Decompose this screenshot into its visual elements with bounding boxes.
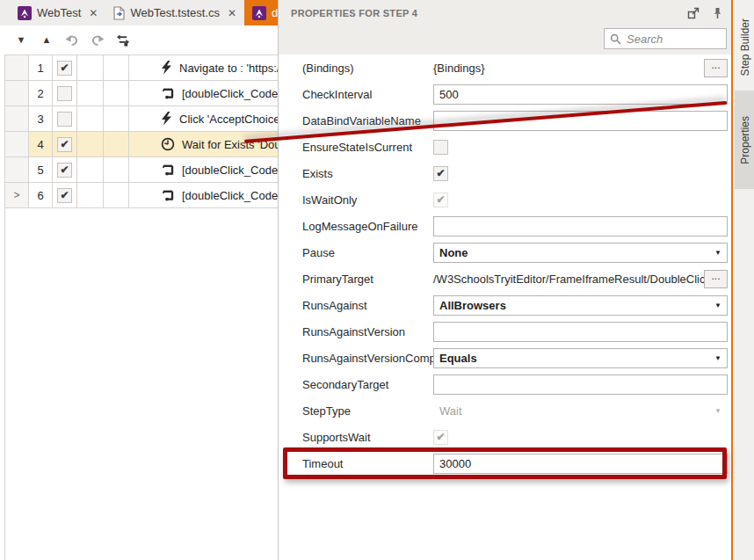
move-step-up-button[interactable]: ▲: [40, 33, 54, 47]
row-indicator-cell[interactable]: [5, 132, 29, 157]
teststudio-icon: [252, 6, 266, 20]
document-tab-webtest[interactable]: WebTest ✕: [10, 0, 105, 25]
grid-cell: [77, 157, 104, 183]
pin-icon: [712, 7, 723, 19]
property-input-logmessageonfailure[interactable]: [433, 216, 728, 236]
tab-icon: [113, 6, 125, 20]
step-enabled-checkbox[interactable]: ✔: [57, 188, 72, 203]
test-steps-grid: 1 ✔ Navigate to : 'https://w 2 [doubleCl…: [4, 55, 278, 560]
properties-search-row: [279, 25, 732, 55]
step-row-1[interactable]: 1 ✔ Navigate to : 'https://w: [5, 55, 278, 81]
step-row-5[interactable]: 5 ✔ [doubleClick_CodedSt: [5, 157, 278, 183]
step-enabled-checkbox[interactable]: [57, 112, 72, 127]
close-tab-icon[interactable]: ✕: [228, 7, 236, 19]
step-description-cell[interactable]: [doubleClick_CodedSt: [129, 81, 278, 106]
move-step-down-button[interactable]: ▼: [14, 33, 28, 47]
property-row-steptype[interactable]: StepType Wait▼: [279, 397, 732, 424]
property-label: LogMessageOnFailure: [302, 220, 433, 233]
property-row-runsagainstversioncompare[interactable]: RunsAgainstVersionCompare Equals▼: [279, 345, 732, 371]
step-row-2[interactable]: 2 [doubleClick_CodedSt: [5, 81, 278, 106]
property-dropdown-runsagainst[interactable]: AllBrowsers▼: [433, 295, 728, 316]
property-checkbox-ensurestateiscurrent[interactable]: [433, 140, 448, 155]
row-indicator-cell[interactable]: >: [5, 183, 29, 208]
grid-cell: [77, 183, 104, 208]
redo-button[interactable]: [91, 33, 105, 47]
coded-step-icon: [161, 86, 175, 100]
property-dropdown-pause[interactable]: None▼: [433, 243, 728, 263]
step-enabled-checkbox[interactable]: ✔: [57, 137, 72, 152]
step-description: [doubleClick_CodedSt: [182, 189, 278, 202]
side-tab-step-builder[interactable]: Step Builder: [735, 7, 754, 88]
property-row-ensurestateiscurrent[interactable]: EnsureStateIsCurrent: [279, 134, 732, 160]
browse-button[interactable]: ...: [704, 59, 728, 77]
property-value: AllBrowsers▼: [433, 295, 728, 316]
grid-cell: [104, 55, 129, 81]
undo-button[interactable]: [65, 33, 79, 47]
step-row-6[interactable]: > 6 ✔ [doubleClick_CodedSt: [5, 183, 278, 208]
clock-icon: [161, 137, 175, 151]
chevron-down-icon: ▼: [714, 249, 721, 257]
browse-button[interactable]: ...: [704, 270, 728, 288]
step-description-cell[interactable]: Navigate to : 'https://w: [129, 55, 278, 81]
properties-search-box[interactable]: [604, 28, 727, 49]
step-description-cell[interactable]: Click 'AcceptChoicesD: [129, 106, 278, 132]
property-dropdown-runsagainstversioncompare[interactable]: Equals▼: [433, 348, 728, 368]
grid-cell: [77, 106, 104, 132]
step-description-cell[interactable]: [doubleClick_CodedSt: [129, 183, 278, 208]
document-tab-webtest-tstest-cs[interactable]: WebTest.tstest.cs ✕: [105, 0, 244, 25]
property-input-secondarytarget[interactable]: [433, 375, 728, 395]
grid-cell: [77, 132, 104, 157]
tab-label: double: [272, 6, 278, 19]
property-row-pause[interactable]: Pause None▼: [279, 239, 732, 265]
property-row-runsagainstversion[interactable]: RunsAgainstVersion: [279, 318, 732, 345]
move-up-icon: ▲: [42, 35, 52, 45]
property-value: /W3SchoolsTryitEditor/FrameIframeResult/…: [433, 270, 728, 288]
side-tab-properties[interactable]: Properties: [735, 91, 754, 189]
property-input-checkinterval[interactable]: [433, 84, 728, 105]
row-indicator-cell[interactable]: [5, 106, 29, 132]
property-row-iswaitonly[interactable]: IsWaitOnly ✔: [279, 186, 732, 213]
chevron-down-icon: ▼: [714, 407, 721, 415]
convert-to-code-button[interactable]: [116, 33, 130, 47]
coded-step-icon: [161, 188, 175, 202]
property-row-bindings[interactable]: (Bindings) {Bindings}...: [279, 55, 732, 81]
property-row-secondarytarget[interactable]: SecondaryTarget: [279, 371, 732, 397]
float-window-button[interactable]: [687, 7, 700, 19]
side-tab-strip: Step BuilderProperties: [731, 0, 754, 560]
property-row-logmessageonfailure[interactable]: LogMessageOnFailure: [279, 213, 732, 239]
step-number: 6: [29, 183, 53, 208]
property-row-runsagainst[interactable]: RunsAgainst AllBrowsers▼: [279, 292, 732, 318]
row-indicator-cell[interactable]: [5, 81, 29, 106]
property-value: Wait▼: [433, 401, 728, 421]
step-enabled-checkbox[interactable]: [57, 86, 72, 101]
step-row-3[interactable]: 3 Click 'AcceptChoicesD: [5, 106, 278, 132]
property-row-checkinterval[interactable]: CheckInterval: [279, 81, 732, 107]
coded-step-icon: [161, 163, 175, 177]
property-input-runsagainstversion[interactable]: [433, 322, 728, 342]
step-enabled-checkbox[interactable]: ✔: [57, 163, 72, 178]
step-description-cell[interactable]: Wait for Exists 'Double: [129, 132, 278, 157]
tab-icon: [18, 6, 32, 20]
step-number: 3: [29, 106, 53, 132]
chevron-down-icon: ▼: [714, 302, 721, 309]
document-tab-bar: WebTest ✕ WebTest.tstest.cs ✕ double: [0, 0, 278, 25]
chevron-down-icon: ▼: [714, 354, 721, 362]
close-tab-icon[interactable]: ✕: [89, 7, 98, 19]
step-enabled-checkbox[interactable]: ✔: [57, 61, 72, 76]
pin-panel-button[interactable]: [712, 7, 723, 19]
search-input[interactable]: [625, 28, 726, 49]
property-label: Pause: [302, 246, 433, 259]
document-tab-double[interactable]: double: [244, 0, 278, 25]
property-label: DataBindVariableName: [302, 114, 433, 127]
property-label: SecondaryTarget: [302, 378, 433, 391]
property-row-primarytarget[interactable]: PrimaryTarget /W3SchoolsTryitEditor/Fram…: [279, 265, 732, 292]
properties-panel-title: PROPERTIES FOR STEP 4: [291, 8, 675, 18]
step-row-4[interactable]: 4 ✔ Wait for Exists 'Double: [5, 132, 278, 157]
row-indicator-cell[interactable]: [5, 55, 29, 81]
property-checkbox-exists[interactable]: ✔: [433, 166, 448, 181]
property-value: [433, 322, 728, 342]
property-row-supportswait[interactable]: SupportsWait ✔: [279, 424, 732, 450]
property-row-exists[interactable]: Exists ✔: [279, 160, 732, 186]
step-description-cell[interactable]: [doubleClick_CodedSt: [129, 157, 278, 183]
row-indicator-cell[interactable]: [5, 157, 29, 183]
